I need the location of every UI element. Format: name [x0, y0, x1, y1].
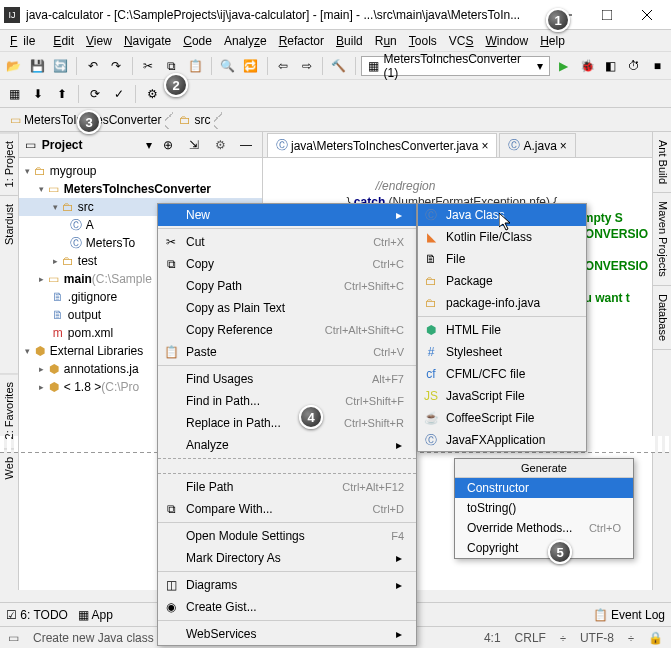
- close-icon[interactable]: ×: [481, 139, 488, 153]
- undo-icon[interactable]: ↶: [83, 56, 102, 76]
- cm-file-path[interactable]: File PathCtrl+Alt+F12: [158, 476, 416, 498]
- gen-copyright[interactable]: Copyright: [455, 538, 633, 558]
- profile-icon[interactable]: ⏱: [624, 56, 643, 76]
- cm-compare[interactable]: ⧉Compare With...Ctrl+D: [158, 498, 416, 520]
- menu-analyze[interactable]: Analyze: [218, 32, 273, 50]
- sm-coffee[interactable]: ☕CoffeeScript File: [418, 407, 586, 429]
- cm-paste[interactable]: 📋PasteCtrl+V: [158, 341, 416, 363]
- open-icon[interactable]: 📂: [4, 56, 23, 76]
- status-enc[interactable]: UTF-8: [580, 631, 614, 645]
- sm-cfml[interactable]: cfCFML/CFC file: [418, 363, 586, 385]
- cm-find-usages[interactable]: Find UsagesAlt+F7: [158, 368, 416, 390]
- tb2-icon-6[interactable]: ⚙: [142, 84, 162, 104]
- side-tab-web[interactable]: Web: [0, 448, 18, 487]
- app-tab[interactable]: ▦ App: [78, 608, 113, 622]
- cm-gist[interactable]: ◉Create Gist...: [158, 596, 416, 618]
- cm-find-in-path[interactable]: Find in Path...Ctrl+Shift+F: [158, 390, 416, 412]
- menu-help[interactable]: Help: [534, 32, 571, 50]
- maximize-button[interactable]: [587, 1, 627, 29]
- replace-icon[interactable]: 🔁: [241, 56, 260, 76]
- build-icon[interactable]: 🔨: [329, 56, 348, 76]
- hide-icon[interactable]: —: [236, 135, 256, 155]
- menu-build[interactable]: Build: [330, 32, 369, 50]
- menu-tools[interactable]: Tools: [403, 32, 443, 50]
- forward-icon[interactable]: ⇨: [297, 56, 316, 76]
- sm-stylesheet[interactable]: #Stylesheet: [418, 341, 586, 363]
- back-icon[interactable]: ⇦: [273, 56, 292, 76]
- paste-icon[interactable]: 📋: [185, 56, 204, 76]
- status-icon[interactable]: ▭: [8, 631, 19, 645]
- callout-4: 4: [299, 405, 323, 429]
- tb2-icon-2[interactable]: ⬇: [28, 84, 48, 104]
- editor-tab-meters[interactable]: Ⓒjava\MetersToInchesConverter.java×: [267, 133, 497, 157]
- side-tab-stardust[interactable]: Stardust: [0, 195, 18, 253]
- gen-tostring[interactable]: toString(): [455, 498, 633, 518]
- menu-navigate[interactable]: Navigate: [118, 32, 177, 50]
- debug-icon[interactable]: 🐞: [578, 56, 597, 76]
- side-tab-project[interactable]: 1: Project: [0, 132, 18, 195]
- cm-copy-plain[interactable]: Copy as Plain Text: [158, 297, 416, 319]
- side-tabs-right: Ant Build Maven Projects Database: [652, 132, 671, 590]
- find-icon[interactable]: 🔍: [218, 56, 237, 76]
- sm-pkginfo[interactable]: 🗀package-info.java: [418, 292, 586, 314]
- status-crlf[interactable]: CRLF: [515, 631, 546, 645]
- redo-icon[interactable]: ↷: [106, 56, 125, 76]
- project-panel-header: ▭ Project ▾ ⊕ ⇲ ⚙ —: [19, 132, 262, 158]
- cm-copy-path[interactable]: Copy PathCtrl+Shift+C: [158, 275, 416, 297]
- editor-tab-a[interactable]: ⒸA.java×: [499, 133, 575, 157]
- side-tab-ant[interactable]: Ant Build: [653, 132, 671, 193]
- status-pos: 4:1: [484, 631, 501, 645]
- status-lock-icon[interactable]: 🔒: [648, 631, 663, 645]
- cm-mark-dir[interactable]: Mark Directory As▸: [158, 547, 416, 569]
- tb2-icon-5[interactable]: ✓: [109, 84, 129, 104]
- tb2-icon-4[interactable]: ⟳: [85, 84, 105, 104]
- gear-icon[interactable]: ⚙: [210, 135, 230, 155]
- cm-replace-in-path[interactable]: Replace in Path...Ctrl+Shift+R: [158, 412, 416, 434]
- cm-cut[interactable]: ✂CutCtrl+X: [158, 231, 416, 253]
- run-icon[interactable]: ▶: [554, 56, 573, 76]
- sm-html[interactable]: ⬢HTML File: [418, 319, 586, 341]
- scroll-to-icon[interactable]: ⊕: [158, 135, 178, 155]
- run-config-selector[interactable]: ▦ MetersToInchesConverter (1) ▾: [361, 56, 550, 76]
- close-icon[interactable]: ×: [560, 139, 567, 153]
- refresh-icon[interactable]: 🔄: [51, 56, 70, 76]
- sm-js[interactable]: JSJavaScript File: [418, 385, 586, 407]
- menu-run[interactable]: Run: [369, 32, 403, 50]
- cm-copy-ref[interactable]: Copy ReferenceCtrl+Alt+Shift+C: [158, 319, 416, 341]
- menu-vcs[interactable]: VCS: [443, 32, 480, 50]
- cut-icon[interactable]: ✂: [139, 56, 158, 76]
- window-title: java-calculator - [C:\SampleProjects\ij\…: [26, 8, 547, 22]
- menu-code[interactable]: Code: [177, 32, 218, 50]
- close-button[interactable]: [627, 1, 667, 29]
- mouse-cursor-icon: [499, 213, 513, 233]
- breadcrumb-item-src[interactable]: 🗀 src: [173, 111, 222, 129]
- todo-tab[interactable]: ☑ 6: TODO: [6, 608, 68, 622]
- side-tab-maven[interactable]: Maven Projects: [653, 193, 671, 286]
- tb2-icon-1[interactable]: ▦: [4, 84, 24, 104]
- stop-icon[interactable]: ■: [648, 56, 667, 76]
- cm-webservices[interactable]: WebServices▸: [158, 623, 416, 645]
- menu-window[interactable]: Window: [479, 32, 534, 50]
- menu-view[interactable]: View: [80, 32, 118, 50]
- side-tab-database[interactable]: Database: [653, 286, 671, 350]
- menu-refactor[interactable]: Refactor: [273, 32, 330, 50]
- sm-javafx[interactable]: ⒸJavaFXApplication: [418, 429, 586, 451]
- cm-open-module[interactable]: Open Module SettingsF4: [158, 525, 416, 547]
- menu-edit[interactable]: Edit: [47, 32, 80, 50]
- chevron-down-icon[interactable]: ▾: [146, 138, 152, 152]
- coverage-icon[interactable]: ◧: [601, 56, 620, 76]
- cm-copy[interactable]: ⧉CopyCtrl+C: [158, 253, 416, 275]
- collapse-icon[interactable]: ⇲: [184, 135, 204, 155]
- menu-file[interactable]: File: [4, 32, 47, 50]
- tree-row: ▾🗀mygroup: [19, 162, 262, 180]
- sm-file[interactable]: 🗎File: [418, 248, 586, 270]
- sm-package[interactable]: 🗀Package: [418, 270, 586, 292]
- gen-override[interactable]: Override Methods...Ctrl+O: [455, 518, 633, 538]
- save-icon[interactable]: 💾: [27, 56, 46, 76]
- cm-diagrams[interactable]: ◫Diagrams▸: [158, 574, 416, 596]
- cm-analyze[interactable]: Analyze▸: [158, 434, 416, 456]
- cm-new[interactable]: New▸: [158, 204, 416, 226]
- event-log-tab[interactable]: 📋 Event Log: [593, 608, 665, 622]
- gen-constructor[interactable]: Constructor: [455, 478, 633, 498]
- tb2-icon-3[interactable]: ⬆: [52, 84, 72, 104]
